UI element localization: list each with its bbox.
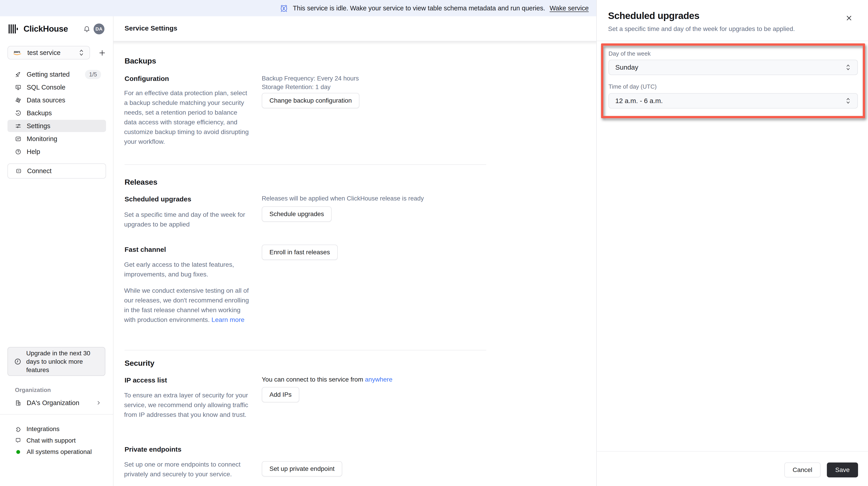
service-selector-value: test service <box>27 49 78 57</box>
private-endpoints-description: Set up one or more endpoints to connect … <box>124 460 250 479</box>
time-of-day-label: Time of day (UTC) <box>609 83 657 90</box>
sidebar-item-help[interactable]: Help <box>7 146 106 158</box>
panel-title: Scheduled upgrades <box>608 10 700 21</box>
notifications-bell-icon[interactable] <box>83 25 90 33</box>
time-of-day-select[interactable]: 12 a.m. - 6 a.m. <box>609 93 858 109</box>
releases-meta: Releases will be applied when ClickHouse… <box>262 195 424 202</box>
close-icon[interactable] <box>843 12 855 24</box>
sidebar-item-label: Settings <box>27 122 51 130</box>
sidebar-item-chat-support[interactable]: Chat with support <box>7 435 106 446</box>
aws-logo-icon: aws <box>13 49 22 56</box>
chat-bubble-icon <box>15 437 21 444</box>
sidebar-item-label: Data sources <box>27 96 65 104</box>
help-circle-icon <box>15 149 21 155</box>
time-of-day-value: 12 a.m. - 6 a.m. <box>615 97 663 105</box>
upgrade-notice-card[interactable]: Upgrade in the next 30 days to unlock mo… <box>7 347 105 376</box>
sidebar-item-data-sources[interactable]: Data sources <box>7 94 106 106</box>
sidebar-item-settings[interactable]: Settings <box>7 120 106 132</box>
building-icon <box>15 400 21 406</box>
fast-channel-subheading: Fast channel <box>125 246 166 253</box>
clickhouse-logo-icon <box>8 24 19 34</box>
save-button[interactable]: Save <box>827 462 858 478</box>
brand-name: ClickHouse <box>24 24 68 34</box>
organization-section-label: Organization <box>15 387 51 394</box>
releases-section-heading: Releases <box>125 178 157 186</box>
section-divider <box>125 350 486 351</box>
day-of-week-value: Sunday <box>615 63 638 71</box>
backups-description: For an effective data protection plan, s… <box>124 88 250 147</box>
status-label: All systems operational <box>27 448 92 455</box>
security-section-heading: Security <box>125 359 154 368</box>
settings-sliders-icon <box>15 123 21 129</box>
cancel-button[interactable]: Cancel <box>784 462 820 478</box>
sidebar-divider <box>0 414 114 415</box>
alarm-snooze-icon <box>279 4 288 13</box>
sidebar-item-label: Getting started <box>27 71 70 78</box>
configuration-subheading: Configuration <box>125 75 169 83</box>
service-settings-page: Service Settings Backups Configuration B… <box>114 16 596 486</box>
sidebar-item-integrations[interactable]: Integrations <box>7 423 106 435</box>
ip-access-meta-text: You can connect to this service from <box>262 376 363 383</box>
scheduled-upgrades-panel: Scheduled upgrades Set a specific time a… <box>596 0 868 486</box>
ip-access-list-subheading: IP access list <box>125 376 167 384</box>
organization-switcher[interactable]: DA's Organization <box>7 396 106 409</box>
sidebar-item-label: Monitoring <box>27 135 57 143</box>
upgrade-notice-text: Upgrade in the next 30 days to unlock mo… <box>26 349 101 374</box>
day-of-week-select[interactable]: Sunday <box>609 60 858 75</box>
puzzle-icon <box>15 426 21 432</box>
banner-message: This service is idle. Wake your service … <box>293 4 545 12</box>
status-dot <box>16 450 20 454</box>
page-title: Service Settings <box>125 24 177 32</box>
select-chevrons-icon <box>845 97 851 105</box>
panel-footer-divider <box>597 451 868 452</box>
backups-section-heading: Backups <box>125 57 156 65</box>
setup-private-endpoint-button[interactable]: Set up private endpoint <box>262 461 342 477</box>
svg-text:aws: aws <box>14 50 20 54</box>
backup-frequency-meta: Backup Frequency: Every 24 hours <box>262 75 359 82</box>
organization-name: DA's Organization <box>27 399 79 407</box>
select-chevrons-icon <box>845 63 851 71</box>
ip-access-meta: You can connect to this service from any… <box>262 376 393 383</box>
sidebar-item-getting-started[interactable]: Getting started 1/5 <box>7 68 106 81</box>
data-sources-icon <box>15 97 21 103</box>
schedule-upgrades-button[interactable]: Schedule upgrades <box>262 206 332 222</box>
add-service-button[interactable] <box>98 49 106 57</box>
scheduled-upgrades-description: Set a specific time and day of the week … <box>124 210 250 229</box>
private-endpoints-subheading: Private endpoints <box>125 446 182 453</box>
chevron-right-icon <box>96 400 101 406</box>
rocket-icon <box>15 71 21 78</box>
connect-button[interactable]: Connect <box>7 163 106 179</box>
connect-label: Connect <box>27 167 52 175</box>
day-of-week-label: Day of the week <box>609 50 651 57</box>
sidebar-item-label: Integrations <box>26 425 59 433</box>
avatar[interactable]: DA <box>94 24 104 34</box>
sql-console-icon <box>15 84 21 90</box>
section-divider <box>125 164 486 165</box>
sidebar-item-monitoring[interactable]: Monitoring <box>7 133 106 145</box>
sidebar-item-label: Backups <box>27 110 52 117</box>
fast-channel-description-2: While we conduct extensive testing on al… <box>124 286 250 325</box>
sidebar-item-label: SQL Console <box>27 84 65 91</box>
enroll-fast-releases-button[interactable]: Enroll in fast releases <box>262 245 338 260</box>
avatar-initials: DA <box>95 26 102 32</box>
system-status-item[interactable]: All systems operational <box>7 446 106 457</box>
add-ips-button[interactable]: Add IPs <box>262 387 299 402</box>
sidebar-item-backups[interactable]: Backups <box>7 107 106 119</box>
change-backup-configuration-button[interactable]: Change backup configuration <box>262 93 360 108</box>
wake-service-link[interactable]: Wake service <box>550 4 589 12</box>
monitoring-chart-icon <box>15 136 21 142</box>
sidebar-item-sql-console[interactable]: SQL Console <box>7 81 106 93</box>
anywhere-link[interactable]: anywhere <box>365 376 393 383</box>
header-scroll-shadow <box>114 41 596 45</box>
fast-channel-description-1: Get early access to the latest features,… <box>124 260 250 279</box>
connect-icon <box>16 168 22 174</box>
service-selector[interactable]: aws test service <box>7 46 90 59</box>
ip-access-description: To ensure an extra layer of security for… <box>124 390 250 420</box>
sidebar-item-label: Help <box>27 148 40 155</box>
panel-subtitle: Set a specific time and day of the week … <box>608 25 795 33</box>
learn-more-link[interactable]: Learn more <box>212 316 245 323</box>
brand-logo-row: ClickHouse <box>8 23 68 35</box>
storage-retention-meta: Storage Retention: 1 day <box>262 83 331 91</box>
sidebar: ClickHouse DA aws test service <box>0 16 114 486</box>
panel-header-divider <box>597 41 868 41</box>
